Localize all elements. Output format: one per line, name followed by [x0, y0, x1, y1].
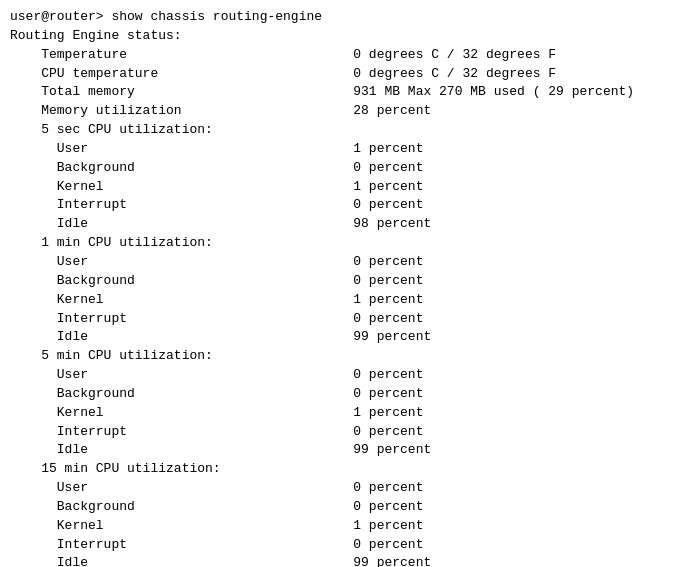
output-row: 5 sec CPU utilization:: [10, 121, 672, 140]
header-line: Routing Engine status:: [10, 27, 672, 46]
output-row: Memory utilization 28 percent: [10, 102, 672, 121]
output-row: Interrupt 0 percent: [10, 536, 672, 555]
output-row: User 0 percent: [10, 479, 672, 498]
output-row: 1 min CPU utilization:: [10, 234, 672, 253]
prompt-line: user@router> show chassis routing-engine: [10, 8, 672, 27]
output-row: Kernel 1 percent: [10, 404, 672, 423]
output-row: Background 0 percent: [10, 385, 672, 404]
output-row: Idle 99 percent: [10, 328, 672, 347]
output-row: Kernel 1 percent: [10, 517, 672, 536]
output-row: Kernel 1 percent: [10, 178, 672, 197]
output-row: Idle 99 percent: [10, 441, 672, 460]
output-row: 5 min CPU utilization:: [10, 347, 672, 366]
output-row: Background 0 percent: [10, 159, 672, 178]
output-row: User 0 percent: [10, 253, 672, 272]
output-row: Total memory 931 MB Max 270 MB used ( 29…: [10, 83, 672, 102]
terminal-container: user@router> show chassis routing-engine…: [10, 8, 672, 567]
output-row: User 0 percent: [10, 366, 672, 385]
output-row: User 1 percent: [10, 140, 672, 159]
output-row: Idle 99 percent: [10, 554, 672, 567]
output-rows: Temperature 0 degrees C / 32 degrees F C…: [10, 46, 672, 567]
output-row: CPU temperature 0 degrees C / 32 degrees…: [10, 65, 672, 84]
output-row: Interrupt 0 percent: [10, 196, 672, 215]
output-row: Background 0 percent: [10, 498, 672, 517]
output-row: Kernel 1 percent: [10, 291, 672, 310]
output-row: Temperature 0 degrees C / 32 degrees F: [10, 46, 672, 65]
output-row: 15 min CPU utilization:: [10, 460, 672, 479]
output-row: Interrupt 0 percent: [10, 423, 672, 442]
output-row: Background 0 percent: [10, 272, 672, 291]
output-row: Idle 98 percent: [10, 215, 672, 234]
output-row: Interrupt 0 percent: [10, 310, 672, 329]
